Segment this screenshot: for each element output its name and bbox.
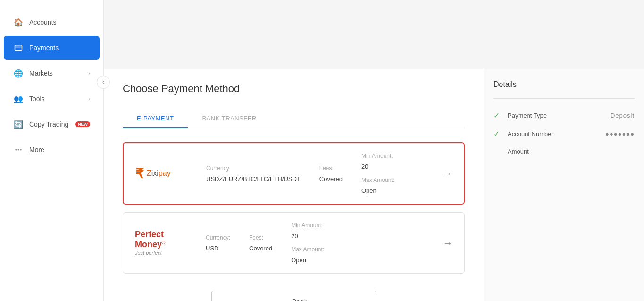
chevron-down-icon: › (88, 70, 90, 76)
min-label: Min Amount: (361, 153, 394, 159)
sidebar-item-tools[interactable]: 👥 Tools › (4, 87, 100, 111)
payment-option-zixipay[interactable]: ₹ Zixipay Currency: USDZ/EURZ/BTC/LTC/ET… (123, 142, 465, 205)
fees-value: Covered (319, 175, 343, 182)
top-bar (104, 0, 644, 69)
pm-currency-field: Currency: USD (206, 234, 230, 252)
sidebar-item-payments[interactable]: Payments (4, 36, 100, 60)
sidebar-item-label: Tools (29, 95, 83, 103)
fees-value: Covered (249, 245, 272, 252)
payment-tabs: E-PAYMENT BANK TRANSFER (123, 109, 465, 128)
chevron-left-icon: ‹ (102, 79, 104, 86)
account-number-value: ●●●●●●● (605, 130, 635, 138)
tab-bank-transfer[interactable]: BANK TRANSFER (188, 109, 270, 128)
sidebar-item-label: Markets (29, 69, 83, 77)
payment-type-value: Deposit (611, 112, 635, 119)
back-button-label: Back (292, 298, 307, 301)
zixipay-text: Zixipay (147, 169, 171, 178)
tools-icon: 👥 (13, 94, 24, 104)
perfect-money-details: Currency: USD Fees: Covered Min Amount: … (206, 222, 434, 264)
zixipay-min-field: Min Amount: 20 Max Amount: Open (361, 153, 394, 194)
details-panel: Details ✓ Payment Type Deposit ✓ Account… (484, 69, 644, 301)
main-content: Choose Payment Method E-PAYMENT BANK TRA… (104, 0, 644, 301)
perfect-money-name: Perfect Money (135, 230, 164, 249)
max-value: Open (361, 187, 394, 194)
fees-label: Fees: (249, 234, 272, 241)
copy-trading-icon: 🔄 (13, 119, 24, 129)
svg-point-2 (15, 149, 17, 151)
svg-rect-0 (15, 45, 22, 51)
sidebar-item-label: More (29, 146, 90, 154)
globe-icon: 🌐 (13, 68, 24, 78)
arrow-left-icon: ← (281, 298, 287, 301)
payment-panel: Choose Payment Method E-PAYMENT BANK TRA… (104, 69, 484, 301)
perfect-money-tagline: Just perfect (135, 250, 196, 256)
content-area: Choose Payment Method E-PAYMENT BANK TRA… (104, 69, 644, 301)
tab-e-payment[interactable]: E-PAYMENT (123, 109, 188, 128)
arrow-right-icon[interactable]: → (443, 238, 452, 249)
zixipay-details: Currency: USDZ/EURZ/BTC/LTC/ETH/USDT Fee… (206, 153, 433, 194)
sidebar-item-markets[interactable]: 🌐 Markets › (4, 61, 100, 85)
sidebar-item-copy-trading[interactable]: 🔄 Copy Trading New (4, 112, 100, 136)
sidebar-item-more[interactable]: More (4, 138, 100, 162)
min-value: 20 (291, 232, 324, 240)
sidebar-item-label: Accounts (29, 18, 90, 26)
sidebar-item-label: Copy Trading (29, 120, 70, 128)
details-title: Details (493, 80, 635, 89)
max-label: Max Amount: (291, 246, 324, 253)
svg-point-3 (18, 149, 19, 151)
min-value: 20 (361, 163, 394, 170)
currency-value: USDZ/EURZ/BTC/LTC/ETH/USDT (206, 175, 301, 182)
fees-label: Fees: (319, 165, 343, 172)
zixipay-symbol: ₹ (135, 166, 144, 181)
currency-label: Currency: (206, 234, 230, 241)
payments-icon (13, 43, 24, 53)
max-value: Open (291, 257, 324, 264)
back-button-container: ← Back (123, 281, 465, 301)
detail-row-account-number: ✓ Account Number ●●●●●●● (493, 125, 635, 143)
detail-row-payment-type: ✓ Payment Type Deposit (493, 106, 635, 125)
sidebar-collapse-button[interactable]: ‹ (97, 76, 110, 89)
pm-fees-field: Fees: Covered (249, 234, 272, 252)
details-divider (493, 98, 635, 99)
back-button[interactable]: ← Back (211, 291, 376, 301)
pm-min-field: Min Amount: 20 Max Amount: Open (291, 222, 324, 264)
arrow-right-icon[interactable]: → (443, 168, 452, 179)
max-label: Max Amount: (361, 177, 394, 183)
check-icon: ✓ (493, 129, 503, 138)
new-badge: New (75, 121, 90, 127)
currency-value: USD (206, 245, 230, 252)
registered-icon: ® (162, 240, 165, 245)
account-number-label: Account Number (508, 130, 601, 138)
chevron-down-icon: › (88, 96, 90, 102)
zixipay-logo: ₹ Zixipay (135, 166, 197, 181)
zixipay-currency-field: Currency: USDZ/EURZ/BTC/LTC/ETH/USDT (206, 165, 301, 182)
perfect-money-logo: Perfect Money® Just perfect (135, 230, 196, 256)
sidebar-item-label: Payments (29, 44, 90, 52)
payment-type-label: Payment Type (508, 112, 606, 119)
check-icon: ✓ (493, 111, 503, 120)
detail-row-amount: Amount (493, 143, 635, 160)
zixipay-fees-field: Fees: Covered (319, 165, 343, 182)
currency-label: Currency: (206, 165, 301, 172)
payment-option-perfect-money[interactable]: Perfect Money® Just perfect Currency: US… (123, 212, 465, 274)
svg-point-4 (20, 149, 22, 151)
more-icon (13, 145, 24, 155)
sidebar-item-accounts[interactable]: 🏠 Accounts (4, 10, 100, 34)
home-icon: 🏠 (13, 17, 24, 27)
sidebar: ‹ 🏠 Accounts Payments 🌐 Markets › 👥 Tool… (0, 0, 104, 301)
page-title: Choose Payment Method (123, 83, 465, 95)
min-label: Min Amount: (291, 222, 324, 229)
amount-label: Amount (508, 148, 635, 155)
